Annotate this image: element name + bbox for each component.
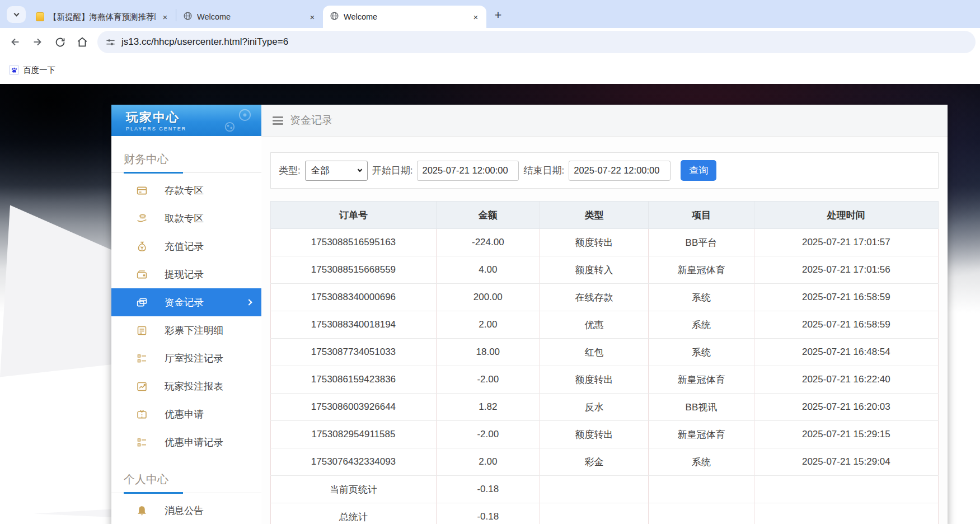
menu-toggle-icon[interactable] — [273, 116, 283, 125]
sidebar-item-厅室投注记录[interactable]: 厅室投注记录 — [111, 344, 261, 372]
table-cell: 2025-07-21 16:20:03 — [754, 394, 938, 421]
deposit-card-icon — [136, 185, 148, 196]
sidebar-item-优惠申请[interactable]: 优惠申请 — [111, 400, 261, 428]
funds-table: 订单号金额类型项目处理时间 1753088516595163-224.00额度转… — [270, 201, 939, 524]
table-row: 1753082954911585-2.00额度转出新皇冠体育2025-07-21… — [271, 421, 939, 448]
type-label: 类型: — [279, 164, 301, 177]
home-button[interactable] — [72, 31, 93, 53]
browser-toolbar: js13.cc/hhcp/usercenter.html?iniType=6 — [0, 28, 980, 56]
table-cell: 2025-07-21 17:01:57 — [754, 229, 938, 256]
table-cell: 彩金 — [540, 448, 648, 476]
tab-search-button[interactable] — [7, 6, 26, 23]
chevron-down-icon — [13, 11, 19, 17]
hall-list-icon — [136, 353, 148, 364]
sidebar-item-label: 取款专区 — [165, 212, 204, 225]
search-button[interactable]: 查询 — [681, 160, 716, 181]
table-row: 1753086159423836-2.00额度转出新皇冠体育2025-07-21… — [271, 366, 939, 394]
table-cell: 反水 — [540, 394, 648, 421]
table-cell: -0.18 — [436, 503, 540, 524]
tab-close-icon[interactable]: × — [307, 12, 317, 22]
tab-close-icon[interactable]: × — [471, 12, 481, 22]
table-cell: -2.00 — [436, 366, 540, 394]
table-cell: 额度转入 — [540, 256, 648, 284]
end-date-input[interactable] — [569, 161, 670, 181]
table-cell: 1753082954911585 — [271, 421, 437, 448]
table-row: 17530883400181942.00优惠系统2025-07-21 16:58… — [271, 311, 939, 339]
sidebar-item-存款专区[interactable]: 存款专区 — [111, 176, 261, 204]
table-cell: 2025-07-21 15:29:15 — [754, 421, 938, 448]
sidebar-item-label: 消息公告 — [165, 504, 204, 517]
url-text: js13.cc/hhcp/usercenter.html?iniType=6 — [121, 36, 288, 48]
chevron-right-icon — [246, 299, 252, 305]
table-cell: 1753076432334093 — [271, 448, 437, 476]
table-cell: 1753088516595163 — [271, 229, 437, 256]
sidebar-item-提现记录[interactable]: 提现记录 — [111, 260, 261, 288]
table-cell: 新皇冠体育 — [649, 366, 754, 394]
table-cell — [540, 476, 648, 503]
column-header: 订单号 — [271, 202, 437, 229]
web-page: 玩家中心 PLAYERS CENTER 财务中心存款专区取款专区充值记录提现记录… — [0, 84, 980, 524]
table-cell: 2.00 — [436, 311, 540, 339]
address-bar[interactable]: js13.cc/hhcp/usercenter.html?iniType=6 — [97, 31, 976, 53]
start-date-input[interactable] — [417, 161, 519, 181]
table-cell: 新皇冠体育 — [649, 256, 754, 284]
site-settings-icon — [105, 37, 116, 48]
sidebar-item-玩家投注报表[interactable]: 玩家投注报表 — [111, 372, 261, 400]
table-cell: 2025-07-21 17:01:56 — [754, 256, 938, 284]
sidebar-banner: 玩家中心 PLAYERS CENTER — [111, 105, 261, 136]
filter-bar: 类型: 全部 开始日期: 结束日期: 查询 — [270, 152, 939, 189]
browser-tab[interactable]: Welcome× — [176, 6, 323, 28]
table-cell: 1753088340000696 — [271, 284, 437, 311]
tab-close-icon[interactable]: × — [160, 12, 170, 22]
bookmark-label: 百度一下 — [23, 65, 55, 76]
forward-button[interactable] — [27, 31, 48, 53]
sidebar-item-资金记录[interactable]: 资金记录 — [111, 288, 261, 316]
sidebar-item-彩票下注明细[interactable]: 彩票下注明细 — [111, 316, 261, 344]
home-icon — [76, 36, 88, 48]
table-cell: 4.00 — [436, 256, 540, 284]
sidebar-section-title: 个人中心 — [124, 472, 261, 487]
baidu-paw-icon — [9, 65, 19, 75]
type-select-value: 全部 — [311, 165, 330, 177]
back-button[interactable] — [4, 31, 26, 53]
sidebar-item-优惠申请记录[interactable]: 优惠申请记录 — [111, 428, 261, 456]
table-cell: 2025-07-21 16:58:59 — [754, 284, 938, 311]
new-tab-button[interactable]: + — [490, 7, 507, 24]
sidebar-item-消息公告[interactable]: 消息公告 — [111, 497, 261, 524]
sidebar-item-label: 彩票下注明细 — [165, 324, 223, 337]
tab-title: Welcome — [197, 12, 303, 21]
sidebar-item-label: 厅室投注记录 — [165, 352, 223, 365]
table-cell: 1753087734051033 — [271, 339, 437, 366]
sidebar-item-label: 提现记录 — [165, 268, 204, 281]
table-cell — [754, 476, 938, 503]
table-cell — [649, 503, 754, 524]
column-header: 类型 — [540, 202, 648, 229]
browser-tab[interactable]: Welcome× — [323, 6, 486, 28]
table-cell: 当前页统计 — [271, 476, 437, 503]
table-cell: 额度转出 — [540, 229, 648, 256]
gamepad-icon — [221, 108, 254, 133]
sidebar-item-label: 充值记录 — [165, 240, 204, 253]
table-cell: 2025-07-21 16:48:54 — [754, 339, 938, 366]
table-cell: 系统 — [649, 284, 754, 311]
reload-button[interactable] — [49, 31, 71, 53]
table-cell: 1753086003926644 — [271, 394, 437, 421]
type-select[interactable]: 全部 — [305, 161, 368, 181]
chevron-down-icon — [357, 167, 362, 172]
table-cell: 总统计 — [271, 503, 437, 524]
page-header: 资金记录 — [261, 105, 948, 137]
table-cell: 2025-07-21 16:58:59 — [754, 311, 938, 339]
table-cell: 1753086159423836 — [271, 366, 437, 394]
sidebar-item-label: 玩家投注报表 — [165, 380, 223, 393]
table-cell: BB视讯 — [649, 394, 754, 421]
table-cell: 1.82 — [436, 394, 540, 421]
bookmark-baidu[interactable]: 百度一下 — [9, 65, 55, 76]
browser-tab[interactable]: 【新提醒】海燕体育预测推荐区× — [29, 6, 176, 28]
sidebar-item-充值记录[interactable]: 充值记录 — [111, 232, 261, 260]
globe-icon — [330, 11, 339, 22]
promo-list-icon — [136, 437, 148, 448]
page-title: 资金记录 — [290, 113, 332, 128]
sidebar-item-取款专区[interactable]: 取款专区 — [111, 204, 261, 232]
tab-title: Welcome — [344, 12, 466, 21]
forward-arrow-icon — [31, 36, 44, 48]
